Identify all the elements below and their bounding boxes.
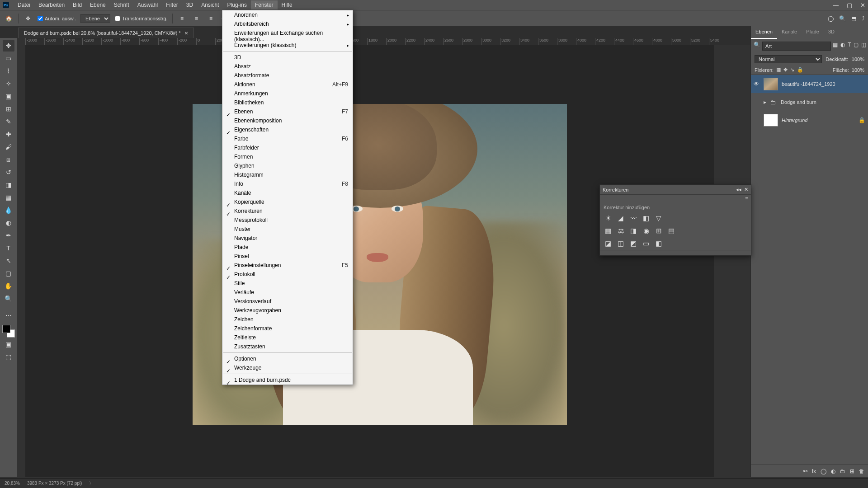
layer-filter-input[interactable] — [762, 42, 831, 51]
lock-nested-icon[interactable]: ↘ — [790, 67, 794, 73]
menu-item-anmerkungen[interactable]: Anmerkungen — [222, 89, 353, 98]
document-tab[interactable]: Dodge and burn.psdc bei 20,8% (beautiful… — [18, 28, 194, 38]
link-icon[interactable]: ⚯ — [803, 468, 807, 474]
healing-tool[interactable]: ✚ — [3, 128, 14, 140]
marquee-tool[interactable]: ▭ — [3, 52, 14, 64]
eyedropper-tool[interactable]: ✎ — [3, 116, 14, 127]
opacity-value[interactable]: 100% — [852, 56, 864, 62]
menu-item-3d[interactable]: 3D — [222, 53, 353, 62]
levels-icon[interactable]: ◢ — [616, 214, 625, 223]
menu-item-optionen[interactable]: Optionen — [222, 354, 353, 363]
menu-item-eigenschaften[interactable]: Eigenschaften — [222, 125, 353, 134]
crop-tool[interactable]: ▣ — [3, 90, 14, 102]
stamp-tool[interactable]: ⧇ — [3, 154, 14, 165]
menu-plug-ins[interactable]: Plug-ins — [223, 0, 251, 9]
invert-icon[interactable]: ◪ — [604, 239, 613, 248]
collapse-icon[interactable]: ◂◂ — [736, 187, 741, 192]
lock-position-icon[interactable]: ✥ — [783, 67, 788, 73]
tab-3d[interactable]: 3D — [824, 26, 839, 39]
filter-type-icon[interactable]: T — [848, 42, 851, 51]
filter-adjust-icon[interactable]: ◐ — [840, 42, 845, 51]
menu-item-versionsverlauf[interactable]: Versionsverlauf — [222, 297, 353, 306]
wand-tool[interactable]: ✧ — [3, 78, 14, 89]
lasso-tool[interactable]: ⌇ — [3, 65, 14, 77]
layer-thumbnail[interactable] — [764, 114, 778, 127]
menu-item-verl-ufe[interactable]: Verläufe — [222, 288, 353, 297]
menu-3d[interactable]: 3D — [182, 0, 197, 9]
menu-item-korrekturen[interactable]: Korrekturen — [222, 206, 353, 216]
hue-icon[interactable]: ▦ — [604, 226, 613, 235]
menu-ebene[interactable]: Ebene — [86, 0, 110, 9]
brush-tool[interactable]: 🖌 — [3, 141, 14, 153]
close-icon[interactable]: ✕ — [860, 2, 865, 9]
visibility-icon[interactable]: 👁 — [754, 81, 760, 87]
layer-row[interactable]: Hintergrund🔒 — [751, 111, 868, 129]
close-panel-icon[interactable]: ✕ — [744, 187, 748, 192]
layer-thumbnail[interactable] — [764, 78, 778, 90]
menu-item-anordnen[interactable]: Anordnen — [222, 10, 353, 19]
menu-item-farbe[interactable]: FarbeF6 — [222, 134, 353, 143]
menu-item-muster[interactable]: Muster — [222, 225, 353, 234]
menu-auswahl[interactable]: Auswahl — [133, 0, 162, 9]
frame-tool[interactable]: ⊞ — [3, 103, 14, 115]
pen-tool[interactable]: ✒ — [3, 230, 14, 241]
dodge-tool[interactable]: ◐ — [3, 217, 14, 229]
menu-item-arbeitsbereich[interactable]: Arbeitsbereich — [222, 19, 353, 28]
rectangle-tool[interactable]: ▢ — [3, 267, 14, 279]
tab-pfade[interactable]: Pfade — [802, 26, 824, 39]
menu-item-werkzeugvorgaben[interactable]: Werkzeugvorgaben — [222, 306, 353, 315]
auto-select-checkbox[interactable]: Autom. ausw.. — [38, 16, 76, 21]
share-icon[interactable]: ⤴ — [862, 15, 864, 22]
channelmixer-icon[interactable]: ⊞ — [654, 226, 663, 235]
hand-tool[interactable]: ✋ — [3, 280, 14, 292]
filter-pixel-icon[interactable]: ▦ — [833, 42, 838, 51]
transform-controls-checkbox[interactable]: Transformationsstrg. — [115, 16, 167, 21]
move-tool[interactable]: ✥ — [3, 40, 14, 52]
type-tool[interactable]: T — [3, 242, 14, 254]
menu-item-zeichenformate[interactable]: Zeichenformate — [222, 324, 353, 333]
menu-item-stile[interactable]: Stile — [222, 279, 353, 288]
group-icon[interactable]: 🗀 — [840, 468, 845, 474]
menu-item-aktionen[interactable]: AktionenAlt+F9 — [222, 80, 353, 89]
menu-item-absatz[interactable]: Absatz — [222, 62, 353, 71]
tab-ebenen[interactable]: Ebenen — [751, 26, 777, 39]
colorlookup-icon[interactable]: ▤ — [667, 226, 676, 235]
color-swatches[interactable] — [2, 325, 15, 338]
screenmode-tool[interactable]: ⬚ — [3, 351, 14, 363]
layer-row[interactable]: 👁beautiful-1844724_1920 — [751, 75, 868, 93]
tab-close-icon[interactable]: ✕ — [184, 31, 188, 36]
menu-bearbeiten[interactable]: Bearbeiten — [34, 0, 69, 9]
layer-row[interactable]: ▸🗀Dodge and burn — [751, 93, 868, 111]
menu-item-histogramm[interactable]: Histogramm — [222, 170, 353, 179]
menu-item-erweiterungen-auf-exchange-suchen-klassisch-[interactable]: Erweiterungen auf Exchange suchen (klass… — [222, 32, 353, 41]
menu-item-absatzformate[interactable]: Absatzformate — [222, 71, 353, 80]
threshold-icon[interactable]: ◩ — [629, 239, 638, 248]
new-layer-icon[interactable]: ⊞ — [850, 468, 854, 474]
menu-item-zeichen[interactable]: Zeichen — [222, 315, 353, 324]
gradientmap-icon[interactable]: ▭ — [642, 239, 651, 248]
status-arrow-icon[interactable]: 〉 — [89, 480, 94, 487]
expand-icon[interactable]: ▸ — [764, 99, 766, 105]
menu-item-kan-le[interactable]: Kanäle — [222, 188, 353, 197]
fill-value[interactable]: 100% — [852, 67, 864, 73]
menu-item-erweiterungen-klassisch-[interactable]: Erweiterungen (klassisch) — [222, 41, 353, 50]
menu-item-pfade[interactable]: Pfade — [222, 243, 353, 252]
menu-bild[interactable]: Bild — [69, 0, 86, 9]
blur-tool[interactable]: 💧 — [3, 204, 14, 216]
auto-select-target[interactable]: Ebene — [80, 14, 110, 23]
menu-item-pinsel[interactable]: Pinsel — [222, 252, 353, 261]
fx-icon[interactable]: fx — [812, 468, 816, 474]
menu-item-ebenenkomposition[interactable]: Ebenenkomposition — [222, 116, 353, 125]
menu-item-navigator[interactable]: Navigator — [222, 234, 353, 243]
canvas[interactable] — [25, 45, 714, 477]
workspace-icon[interactable]: ⬒ — [851, 15, 856, 22]
menu-item-pinseleinstellungen[interactable]: PinseleinstellungenF5 — [222, 261, 353, 270]
menu-item-ebenen[interactable]: EbenenF7 — [222, 107, 353, 116]
filter-shape-icon[interactable]: ▢ — [854, 42, 859, 51]
menu-item-glyphen[interactable]: Glyphen — [222, 161, 353, 170]
zoom-tool[interactable]: 🔍 — [3, 293, 14, 305]
exposure-icon[interactable]: ◧ — [642, 214, 651, 223]
menu-item-kopierquelle[interactable]: Kopierquelle — [222, 197, 353, 206]
search-icon[interactable]: 🔍 — [839, 15, 846, 22]
filter-smart-icon[interactable]: ◫ — [861, 42, 866, 51]
